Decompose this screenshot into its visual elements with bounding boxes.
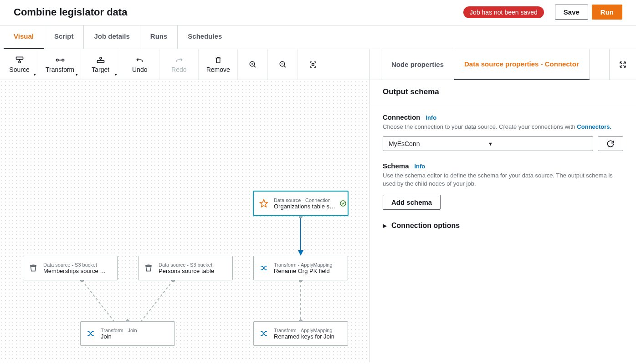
node-title-label: Rename Org PK field — [274, 268, 345, 274]
tool-target-label: Target — [92, 66, 109, 73]
saved-status-badge: Job has not been saved — [463, 6, 544, 18]
chevron-right-icon: ▶ — [383, 222, 387, 229]
node-type-label: Data source - S3 bucket — [159, 262, 230, 268]
fit-screen-icon — [309, 61, 317, 69]
node-title-label: Persons source table — [159, 268, 230, 274]
transform-icon — [55, 56, 65, 64]
tool-remove-label: Remove — [206, 66, 230, 73]
connection-options-expander[interactable]: ▶ Connection options — [383, 222, 623, 230]
zoom-in-icon — [249, 61, 257, 69]
node-title-label: Memberships source … — [43, 268, 114, 274]
connection-select[interactable]: MyEsConn ▼ — [383, 136, 593, 151]
panel-body: Connection Info Choose the connection to… — [370, 104, 636, 239]
node-type-label: Transform - Join — [101, 328, 172, 333]
tab-schedules[interactable]: Schedules — [178, 25, 232, 49]
tab-visual[interactable]: Visual — [4, 25, 44, 49]
node-join[interactable]: Transform - Join Join — [80, 321, 175, 346]
node-title-label: Organizations table s… — [274, 203, 336, 210]
svg-point-3 — [62, 59, 64, 61]
graph-canvas[interactable]: Data source - Connection Organizations t… — [0, 80, 369, 362]
page-header: Combine legislator data Job has not been… — [0, 0, 636, 25]
tool-fit[interactable] — [298, 49, 328, 80]
bucket-icon — [23, 263, 43, 273]
page-title: Combine legislator data — [14, 6, 463, 18]
zoom-out-icon — [279, 61, 287, 69]
schema-info-link[interactable]: Info — [414, 163, 425, 170]
tool-transform[interactable]: Transform ▾ — [39, 49, 81, 80]
svg-point-2 — [56, 59, 58, 61]
bucket-icon — [138, 263, 159, 273]
tool-zoom-in[interactable] — [238, 49, 268, 80]
tool-zoom-out[interactable] — [268, 49, 298, 80]
node-type-label: Transform - ApplyMapping — [274, 262, 345, 268]
node-title-label: Renamed keys for Join — [274, 333, 345, 340]
redo-icon — [175, 56, 183, 64]
shuffle-icon — [254, 263, 274, 273]
node-renamed-keys[interactable]: Transform - ApplyMapping Renamed keys fo… — [253, 321, 348, 346]
star-icon — [254, 199, 274, 208]
run-button[interactable]: Run — [592, 5, 622, 20]
source-icon — [15, 56, 24, 64]
trash-icon — [214, 56, 222, 64]
panel-subheading: Output schema — [370, 80, 636, 104]
properties-panel: Node properties Data source properties -… — [370, 49, 636, 362]
connection-label: Connection — [383, 113, 421, 121]
main-split: Source ▾ Transform ▾ Target ▾ — [0, 49, 636, 362]
tab-job-details[interactable]: Job details — [84, 25, 140, 49]
node-title-label: Join — [101, 333, 172, 340]
tool-source-label: Source — [9, 66, 29, 73]
shuffle-icon — [254, 329, 274, 338]
save-button[interactable]: Save — [555, 5, 588, 20]
connection-info-link[interactable]: Info — [426, 114, 436, 121]
schema-label: Schema — [383, 162, 409, 170]
target-icon — [96, 56, 105, 64]
tool-transform-label: Transform — [46, 66, 74, 73]
connection-value: MyEsConn — [389, 140, 488, 147]
refresh-button[interactable] — [598, 136, 623, 151]
node-persons-source[interactable]: Data source - S3 bucket Persons source t… — [138, 256, 233, 280]
node-type-label: Data source - S3 bucket — [43, 262, 114, 268]
tab-script[interactable]: Script — [44, 25, 84, 49]
expand-icon — [619, 61, 627, 69]
connection-options-label: Connection options — [391, 222, 460, 230]
node-type-label: Transform - ApplyMapping — [274, 328, 345, 333]
connectors-link[interactable]: Connectors. — [577, 123, 611, 130]
main-tabs: Visual Script Job details Runs Schedules — [0, 25, 636, 49]
svg-rect-0 — [16, 57, 23, 59]
node-type-label: Data source - Connection — [274, 197, 336, 203]
tool-redo-label: Redo — [171, 66, 186, 73]
schema-help: Use the schema editor to define the sche… — [383, 172, 623, 188]
shuffle-icon — [81, 329, 101, 338]
node-memberships-source[interactable]: Data source - S3 bucket Memberships sour… — [23, 256, 118, 280]
field-connection: Connection Info Choose the connection to… — [383, 113, 623, 151]
undo-icon — [136, 56, 144, 64]
tool-source[interactable]: Source ▾ — [0, 49, 39, 80]
svg-rect-8 — [312, 63, 314, 66]
svg-point-1 — [18, 61, 20, 63]
panel-tab-data-source-properties[interactable]: Data source properties - Connector — [454, 49, 590, 80]
chevron-down-icon: ▾ — [115, 72, 117, 77]
chevron-down-icon: ▾ — [76, 72, 78, 77]
node-organizations-source[interactable]: Data source - Connection Organizations t… — [253, 191, 348, 216]
svg-rect-5 — [97, 60, 104, 62]
field-schema: Schema Info Use the schema editor to def… — [383, 162, 623, 209]
node-rename-org-pk[interactable]: Transform - ApplyMapping Rename Org PK f… — [253, 256, 348, 280]
status-ok-icon — [339, 200, 348, 207]
tool-target[interactable]: Target ▾ — [81, 49, 120, 80]
svg-point-9 — [340, 201, 346, 206]
chevron-down-icon: ▼ — [488, 141, 587, 147]
tool-redo[interactable]: Redo — [159, 49, 199, 80]
tool-undo[interactable]: Undo — [120, 49, 159, 80]
panel-tabs: Node properties Data source properties -… — [370, 49, 636, 80]
graph-edges — [0, 80, 369, 362]
tab-runs[interactable]: Runs — [140, 25, 178, 49]
add-schema-button[interactable]: Add schema — [383, 195, 441, 210]
tool-undo-label: Undo — [132, 66, 147, 73]
panel-tab-node-properties[interactable]: Node properties — [381, 49, 454, 80]
refresh-icon — [606, 139, 615, 148]
connection-help: Choose the connection to your data sourc… — [383, 123, 623, 131]
svg-point-4 — [100, 57, 102, 59]
chevron-down-icon: ▾ — [34, 72, 36, 77]
fullscreen-button[interactable] — [609, 49, 636, 80]
tool-remove[interactable]: Remove — [199, 49, 238, 80]
